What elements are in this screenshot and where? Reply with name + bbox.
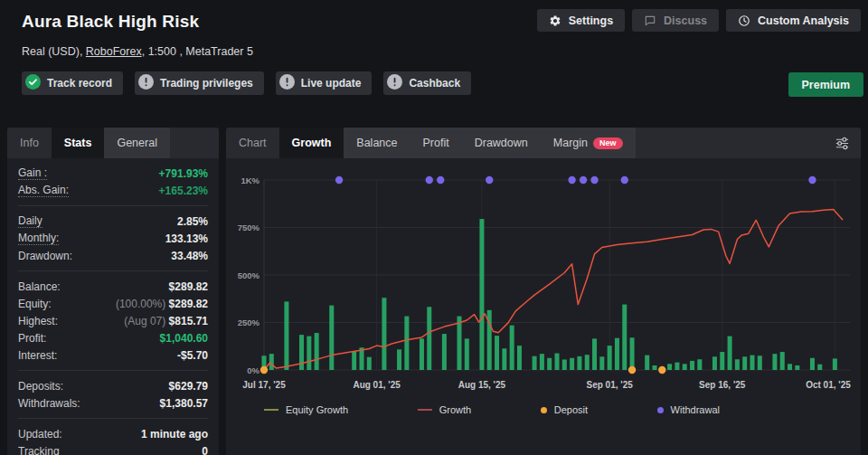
tab-drawdown[interactable]: Drawdown (462, 128, 541, 158)
withdrawal-dot (590, 176, 598, 184)
tab-growth[interactable]: Growth (279, 128, 344, 158)
tab-margin[interactable]: MarginNew (541, 128, 636, 158)
growth-chart[interactable]: 0%250%500%750%1K%Jul 17, '25Aug 01, '25A… (231, 166, 855, 393)
equity-growth-bar (269, 354, 274, 370)
premium-button[interactable]: Premium (788, 72, 864, 97)
badge-live-update[interactable]: Live update (276, 71, 373, 95)
tab-general[interactable]: General (104, 128, 169, 158)
deposit-dot (260, 366, 268, 374)
equity-growth-bar (758, 355, 762, 370)
tab-stats[interactable]: Stats (52, 128, 105, 158)
tab-info[interactable]: Info (7, 128, 52, 158)
account-details: , 1:500 , MetaTrader 5 (142, 45, 253, 58)
tab-profit[interactable]: Profit (410, 128, 462, 158)
x-axis-label: Aug 15, '25 (458, 380, 506, 390)
tab-label: Chart (239, 137, 267, 149)
stat-value: +791.93% (159, 167, 208, 180)
stats-group: Deposits:$629.79Withdrawals:$1,380.57 (18, 371, 208, 419)
tab-label: Drawdown (475, 137, 528, 149)
stat-row-monthly: Monthly:133.13% (18, 230, 208, 247)
account-subtitle: Real (USD), RoboForex, 1:500 , MetaTrade… (22, 45, 861, 58)
withdrawal-dot (808, 176, 816, 184)
legend-marker-withdrawal (657, 407, 664, 413)
badge-trading-privileges[interactable]: Trading privileges (135, 71, 264, 95)
badge-cashback[interactable]: Cashback (383, 71, 471, 95)
main-content: InfoStatsGeneral Gain :+791.93%Abs. Gain… (0, 128, 868, 455)
withdrawal-dot (568, 176, 575, 184)
equity-growth-bar (540, 354, 544, 370)
custom-analysis-button[interactable]: Custom Analysis (726, 9, 861, 32)
stat-value: 2.85% (177, 215, 208, 228)
tab-chart[interactable]: Chart (226, 128, 279, 158)
stat-value: +165.23% (159, 185, 208, 197)
tab-balance[interactable]: Balance (344, 128, 410, 158)
x-axis-label: Sep 01, '25 (586, 380, 633, 390)
legend-item-equity-growth[interactable]: Equity Growth (264, 404, 348, 415)
stat-row-abs-gain: Abs. Gain:+165.23% (18, 182, 208, 199)
broker-link[interactable]: RoboForex (86, 45, 142, 58)
equity-growth-bar (675, 363, 679, 370)
withdrawal-dot (335, 176, 343, 184)
chart-settings-icon[interactable] (835, 128, 861, 158)
stat-label: Withdrawals: (18, 397, 80, 410)
equity-growth-bar (284, 301, 288, 370)
deposit-dot (628, 366, 636, 374)
equity-growth-bar (712, 356, 717, 370)
tab-label: Balance (356, 137, 397, 149)
stat-value: $629.79 (169, 380, 208, 393)
equity-growth-bar (577, 356, 581, 370)
button-label: Discuss (664, 14, 707, 27)
stat-value: $1,380.57 (160, 397, 208, 410)
legend-label: Equity Growth (286, 404, 348, 415)
equity-growth-bar (592, 338, 597, 370)
equity-growth-bar (742, 356, 747, 370)
stat-label: Deposits: (18, 380, 63, 393)
equity-growth-bar (788, 364, 792, 370)
equity-growth-bar (547, 358, 552, 370)
equity-growth-bar (315, 333, 319, 370)
legend-marker-deposit (541, 407, 547, 413)
button-label: Settings (569, 14, 613, 27)
discuss-button[interactable]: Discuss (632, 9, 719, 32)
equity-growth-bar (404, 317, 409, 370)
equity-growth-bar (307, 337, 311, 370)
tab-label: Growth (292, 137, 332, 149)
y-axis-label: 0% (247, 365, 259, 375)
stat-label: Updated: (18, 428, 62, 441)
equity-growth-bar (608, 346, 612, 370)
equity-growth-bar (479, 219, 484, 370)
exclamation-circle-icon (138, 74, 154, 92)
equity-growth-bar (555, 354, 560, 370)
stat-label: Drawdown: (18, 250, 72, 262)
chart-panel: ChartGrowthBalanceProfitDrawdownMarginNe… (226, 128, 861, 455)
equity-growth-bar (683, 364, 687, 370)
stat-row-drawdown: Drawdown:33.48% (18, 247, 208, 264)
stat-row-profit: Profit:$1,040.60 (18, 329, 208, 346)
equity-growth-bar (352, 351, 356, 370)
stat-row-highest: Highest:(Aug 07) $815.71 (18, 312, 208, 329)
deposit-dot (658, 366, 665, 374)
equity-growth-bar (728, 337, 732, 370)
stats-body: Gain :+791.93%Abs. Gain:+165.23%Daily2.8… (7, 158, 219, 455)
settings-button[interactable]: Settings (537, 9, 625, 32)
equity-growth-bar (833, 358, 837, 370)
equity-growth-bar (562, 359, 567, 370)
legend-item-growth[interactable]: Growth (418, 404, 471, 415)
legend-item-deposit[interactable]: Deposit (541, 404, 588, 415)
equity-growth-bar (795, 365, 799, 370)
legend-item-withdrawal[interactable]: Withdrawal (657, 404, 720, 415)
badge-track-record[interactable]: Track record (22, 71, 123, 95)
equity-growth-bar (735, 359, 740, 370)
chat-icon (644, 14, 656, 27)
equity-growth-bar (599, 356, 604, 370)
stat-label: Highest: (18, 315, 58, 327)
withdrawal-dot (580, 176, 587, 184)
equity-growth-bar (382, 298, 386, 370)
stat-label: Monthly: (18, 232, 59, 245)
x-axis-label: Jul 17, '25 (242, 380, 286, 390)
clock-icon (738, 14, 750, 27)
badge-label: Track record (47, 77, 112, 90)
y-axis-label: 250% (238, 318, 260, 327)
stat-row-updated: Updated:1 minute ago (18, 425, 208, 442)
equity-growth-bar (630, 337, 635, 370)
